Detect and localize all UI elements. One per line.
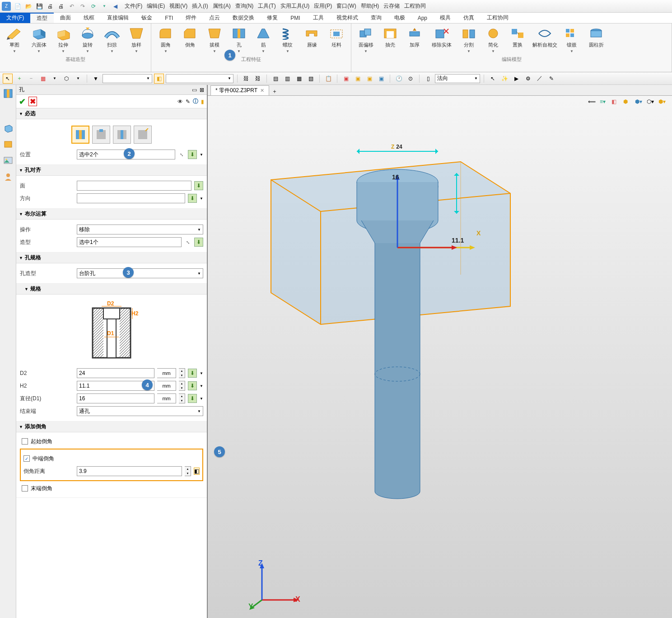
menu-help[interactable]: 帮助(H) (361, 2, 379, 10)
tool-faceoffset[interactable]: 面偏移▼ (354, 25, 378, 54)
info-icon[interactable]: ⓘ (193, 98, 198, 105)
chamfer-end-checkbox[interactable] (22, 485, 28, 492)
plus-icon[interactable]: ＋ (14, 74, 24, 84)
tool-mosaic[interactable]: 镶嵌▼ (560, 25, 583, 54)
bool-shape-field[interactable]: 选中1个 (77, 237, 182, 247)
menu-app[interactable]: 应用(P) (314, 2, 332, 10)
end-field[interactable]: 通孔▼ (77, 406, 203, 416)
line-icon[interactable]: ／ (535, 74, 545, 84)
close-tab-icon[interactable]: ✕ (260, 88, 264, 94)
tab-surface[interactable]: 曲面 (54, 13, 77, 23)
mat2-icon[interactable]: ▣ (353, 74, 363, 84)
menu-util[interactable]: 实用工具(U) (280, 2, 310, 10)
tab-file[interactable]: 文件(F) (0, 13, 30, 23)
pick-face-icon[interactable]: ⬇ (194, 181, 203, 190)
tool-shell[interactable]: 抽壳 (378, 25, 402, 54)
print-icon[interactable]: 🖨 (46, 2, 54, 10)
menu-cloud[interactable]: 云存储 (383, 2, 400, 10)
tool-chamfer[interactable]: 倒角 (178, 25, 202, 54)
tool-thread[interactable]: 螺纹▼ (276, 25, 299, 54)
open-icon[interactable]: 📂 (24, 2, 33, 10)
d1-field[interactable]: 16 (77, 393, 154, 403)
gear-icon[interactable]: ⚙ (523, 74, 533, 84)
printpreview-icon[interactable]: 🖨 (57, 2, 65, 10)
d2-field[interactable]: 24 (77, 368, 154, 378)
cursor-icon[interactable]: ↖ (3, 74, 13, 84)
brush-icon[interactable]: ✎ (186, 98, 190, 105)
clock-icon[interactable]: 🕐 (394, 74, 404, 84)
align-face-field[interactable] (77, 181, 191, 191)
page-icon[interactable]: ▯ (423, 74, 433, 84)
vp-home-icon[interactable]: ⟸ (588, 98, 597, 108)
normal-combo[interactable]: 法向▼ (435, 74, 480, 83)
section-align[interactable]: ▼孔对齐 (16, 165, 207, 176)
reject-button[interactable]: ✖ (28, 97, 37, 106)
tool-removebody[interactable]: 移除实体 (427, 25, 456, 54)
vp-cube1-icon[interactable]: ⬢ (623, 98, 632, 108)
d1-pick-icon[interactable]: ⬇ (188, 394, 197, 403)
save-icon[interactable]: 💾 (35, 2, 43, 10)
d1-spinner[interactable]: ▲▼ (179, 393, 185, 403)
accept-button[interactable]: ✔ (19, 97, 26, 107)
tab-collab[interactable]: 工程协同 (481, 13, 515, 23)
vp-erase-icon[interactable]: ◧ (611, 98, 621, 108)
menu-query[interactable]: 查询(N) (235, 2, 254, 10)
target-icon[interactable]: ⊙ (406, 74, 415, 84)
menu-collab[interactable]: 工程协同 (404, 2, 426, 10)
mat1-icon[interactable]: ▣ (341, 74, 351, 84)
tool-rib[interactable]: 筋▼ (252, 25, 275, 54)
tool-lip[interactable]: 唇缘 (300, 25, 324, 54)
link2-icon[interactable]: ⛓ (253, 74, 263, 84)
menu-insert[interactable]: 插入(I) (192, 2, 208, 10)
wand-icon[interactable]: ✨ (499, 74, 509, 84)
h2-spinner[interactable]: ▲▼ (179, 381, 185, 391)
minimize-icon[interactable]: ▭ (192, 87, 197, 93)
tool-selfintersect[interactable]: 解析自相交 (530, 25, 559, 54)
tool-revolve[interactable]: 旋转▼ (76, 25, 99, 54)
pick-icon[interactable]: ⬇ (188, 150, 197, 159)
paste-icon[interactable]: 📋 (323, 74, 333, 84)
selectbox-icon[interactable]: ▦ (38, 74, 48, 84)
prev-icon[interactable]: ◀ (111, 2, 119, 10)
tab-mold[interactable]: 模具 (434, 13, 457, 23)
chamfer-start-checkbox[interactable] (22, 438, 28, 445)
tab-sheetmetal[interactable]: 钣金 (135, 13, 159, 23)
tab-tools[interactable]: 工具 (307, 13, 330, 23)
tab-pmi[interactable]: PMI (284, 13, 306, 23)
add-tab-button[interactable]: ＋ (269, 88, 280, 95)
side-cube-icon[interactable] (2, 122, 14, 134)
tool-sweep[interactable]: 扫掠▼ (100, 25, 124, 54)
mat4-icon[interactable]: ▣ (376, 74, 386, 84)
expand2-icon[interactable]: ⤡ (184, 240, 191, 245)
play-icon[interactable]: ▶ (511, 74, 521, 84)
tool-stock[interactable]: 坯料 (325, 25, 348, 54)
opt-mode-3[interactable] (113, 126, 131, 144)
filter-combo[interactable]: ▼ (103, 74, 152, 83)
dd-icon[interactable]: ▼ (200, 153, 203, 157)
opt-mode-2[interactable] (92, 126, 110, 144)
new-icon[interactable]: 📄 (14, 2, 22, 10)
refresh-icon[interactable]: ⟳ (89, 2, 98, 10)
filter-icon[interactable]: ▼ (91, 74, 101, 84)
section-spec[interactable]: ▼孔规格 (16, 253, 207, 263)
tab-directedit[interactable]: 直接编辑 (101, 13, 135, 23)
chamfer-mid-checkbox[interactable]: ✓ (23, 455, 30, 462)
menu-view[interactable]: 视图(V) (169, 2, 187, 10)
opt-mode-4[interactable] (134, 126, 152, 144)
tab-wireframe[interactable]: 线框 (77, 13, 101, 23)
mat3-icon[interactable]: ▣ (364, 74, 374, 84)
tab-sim[interactable]: 仿真 (457, 13, 481, 23)
chamfer-cube-icon[interactable]: ◧ (194, 468, 200, 475)
eye-icon[interactable]: 👁 (177, 98, 183, 105)
tool-simplify[interactable]: 简化▼ (481, 25, 505, 54)
doc-tab[interactable]: * 零件002.Z3PRT✕ (210, 85, 269, 95)
tool-draft[interactable]: 拔模▼ (203, 25, 226, 54)
tool-replace[interactable]: 置换 (506, 25, 529, 54)
h2-dd[interactable]: ▼ (200, 384, 203, 388)
section-chamfer[interactable]: ▼添加倒角 (16, 421, 207, 432)
tab-appstore[interactable]: App (411, 13, 434, 23)
tab-weld[interactable]: 焊件 (179, 13, 203, 23)
tab-query2[interactable]: 查询 (364, 13, 388, 23)
tool-hexahedron[interactable]: 六面体▼ (27, 25, 51, 54)
tool-extrude[interactable]: 拉伸▼ (51, 25, 75, 54)
